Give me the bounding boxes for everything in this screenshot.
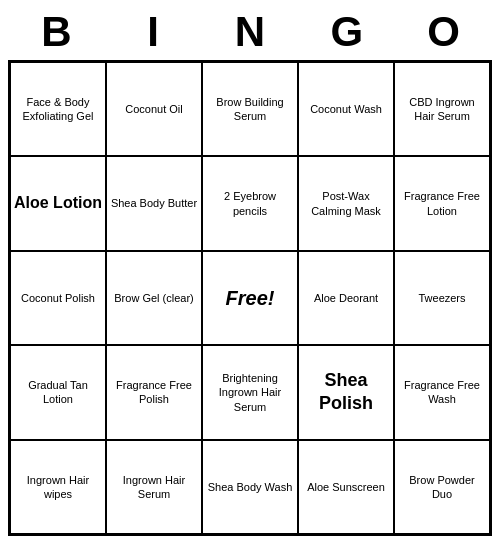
bingo-cell-20[interactable]: Ingrown Hair wipes xyxy=(10,440,106,534)
bingo-cell-18[interactable]: Shea Polish xyxy=(298,345,394,439)
bingo-cell-16[interactable]: Fragrance Free Polish xyxy=(106,345,202,439)
bingo-letter-n: N xyxy=(206,8,294,56)
bingo-cell-2[interactable]: Brow Building Serum xyxy=(202,62,298,156)
bingo-cell-23[interactable]: Aloe Sunscreen xyxy=(298,440,394,534)
bingo-cell-14[interactable]: Tweezers xyxy=(394,251,490,345)
bingo-cell-10[interactable]: Coconut Polish xyxy=(10,251,106,345)
bingo-letter-b: B xyxy=(12,8,100,56)
bingo-cell-4[interactable]: CBD Ingrown Hair Serum xyxy=(394,62,490,156)
bingo-letter-i: I xyxy=(109,8,197,56)
bingo-cell-17[interactable]: Brightening Ingrown Hair Serum xyxy=(202,345,298,439)
bingo-cell-21[interactable]: Ingrown Hair Serum xyxy=(106,440,202,534)
bingo-cell-6[interactable]: Shea Body Butter xyxy=(106,156,202,250)
bingo-cell-12[interactable]: Free! xyxy=(202,251,298,345)
bingo-cell-9[interactable]: Fragrance Free Lotion xyxy=(394,156,490,250)
bingo-cell-22[interactable]: Shea Body Wash xyxy=(202,440,298,534)
bingo-cell-19[interactable]: Fragrance Free Wash xyxy=(394,345,490,439)
bingo-cell-13[interactable]: Aloe Deorant xyxy=(298,251,394,345)
bingo-letter-o: O xyxy=(400,8,488,56)
bingo-cell-0[interactable]: Face & Body Exfoliating Gel xyxy=(10,62,106,156)
bingo-cell-24[interactable]: Brow Powder Duo xyxy=(394,440,490,534)
bingo-grid: Face & Body Exfoliating GelCoconut OilBr… xyxy=(8,60,492,536)
bingo-cell-7[interactable]: 2 Eyebrow pencils xyxy=(202,156,298,250)
bingo-cell-3[interactable]: Coconut Wash xyxy=(298,62,394,156)
bingo-title: BINGO xyxy=(8,8,492,56)
bingo-letter-g: G xyxy=(303,8,391,56)
bingo-cell-5[interactable]: Aloe Lotion xyxy=(10,156,106,250)
bingo-cell-11[interactable]: Brow Gel (clear) xyxy=(106,251,202,345)
bingo-cell-8[interactable]: Post-Wax Calming Mask xyxy=(298,156,394,250)
bingo-cell-1[interactable]: Coconut Oil xyxy=(106,62,202,156)
bingo-cell-15[interactable]: Gradual Tan Lotion xyxy=(10,345,106,439)
